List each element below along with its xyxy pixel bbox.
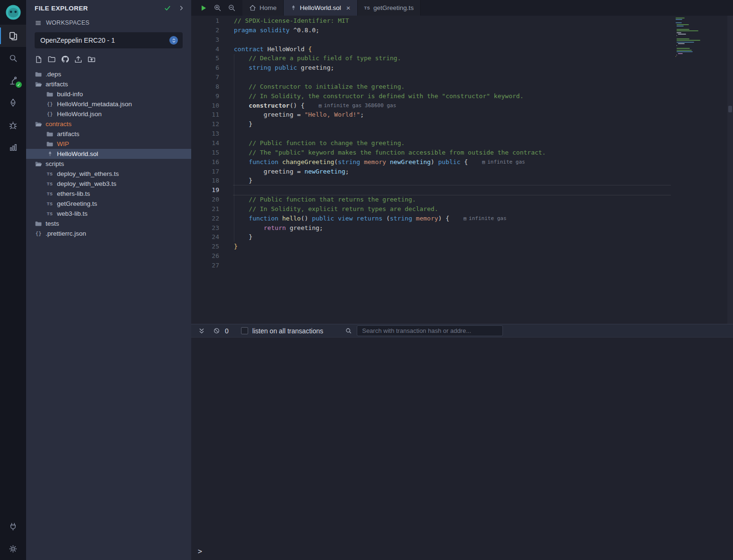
activity-plugin-manager[interactable] (0, 136, 26, 158)
code-line-19[interactable]: 19 (191, 185, 671, 195)
workspace-updown-icon (169, 36, 178, 45)
tree-item-HelloWorld.sol[interactable]: HelloWorld.sol (26, 149, 191, 159)
code-line-22[interactable]: 22 function hello() public view returns … (191, 214, 671, 223)
tab-HelloWorld.sol[interactable]: HelloWorld.sol× (284, 0, 358, 16)
run-script-button[interactable] (200, 4, 207, 12)
code-line-25[interactable]: 25} (191, 242, 671, 251)
minimap[interactable] (676, 18, 712, 61)
code-line-4[interactable]: 4contract HelloWorld { (191, 45, 671, 54)
folder-icon (46, 91, 54, 98)
tab-Home[interactable]: Home (242, 0, 284, 16)
code-line-6[interactable]: 6 string public greeting; (191, 63, 671, 73)
line-number: 8 (191, 82, 219, 92)
upload-folder-icon (87, 55, 96, 64)
code-line-17[interactable]: 17 greeting = newGreeting; (191, 167, 671, 176)
new-folder-button[interactable] (47, 55, 56, 64)
solidity-icon (290, 4, 297, 11)
code-line-23[interactable]: 23 return greeting; (191, 223, 671, 233)
editor-scrollbar[interactable] (727, 16, 733, 324)
hamburger-menu-icon[interactable] (35, 19, 42, 27)
new-file-button[interactable] (35, 55, 43, 64)
debugger-icon (9, 120, 18, 129)
line-number: 16 (191, 157, 219, 167)
code-line-1[interactable]: 1// SPDX-License-Identifier: MIT (191, 16, 671, 26)
chevron-right-icon[interactable] (178, 5, 185, 11)
tree-item-deploy_with_ethers.ts[interactable]: TSdeploy_with_ethers.ts (26, 169, 191, 179)
tree-item-artifacts[interactable]: artifacts (26, 129, 191, 139)
activity-search[interactable] (0, 47, 26, 69)
line-text (219, 35, 234, 45)
tree-item-.deps[interactable]: .deps (26, 69, 191, 79)
activity-debugger[interactable] (0, 114, 26, 136)
activity-plugin[interactable] (0, 515, 26, 538)
activity-solidity-compiler[interactable]: ✓ (0, 69, 26, 92)
line-text: // Declare a public field of type string… (219, 54, 401, 63)
tree-item-HelloWorld.json[interactable]: {}HelloWorld.json (26, 109, 191, 119)
tree-item-build-info[interactable]: build-info (26, 89, 191, 99)
tree-item-contracts[interactable]: contracts (26, 119, 191, 129)
zoom-in-button[interactable] (213, 4, 222, 12)
panel-title: FILE EXPLORER (35, 5, 88, 12)
tree-item-tests[interactable]: tests (26, 219, 191, 229)
line-number: 10 (191, 101, 219, 110)
code-line-24[interactable]: 24 } (191, 232, 671, 242)
code-editor[interactable]: 1// SPDX-License-Identifier: MIT2pragma … (191, 16, 733, 324)
expand-terminal-icon[interactable] (198, 327, 205, 335)
code-line-15[interactable]: 15 // The "public" keyword makes the fun… (191, 148, 671, 157)
zoom-out-button[interactable] (228, 4, 236, 12)
json-icon: {} (46, 101, 54, 107)
zoom-in-icon (213, 4, 222, 12)
tree-item-ethers-lib.ts[interactable]: TSethers-lib.ts (26, 189, 191, 199)
code-line-13[interactable]: 13 (191, 129, 671, 138)
code-line-11[interactable]: 11 greeting = "Hello, World!"; (191, 110, 671, 119)
tab-getGreeting.ts[interactable]: TSgetGreeting.ts (358, 0, 421, 16)
upload-folder-button[interactable] (87, 55, 96, 64)
line-text (219, 129, 234, 138)
terminal[interactable]: > (191, 338, 733, 560)
workspace-selector[interactable]: OpenZeppelin ERC20 - 1 (35, 32, 183, 48)
accept-check-icon[interactable] (164, 4, 171, 12)
tree-item-scripts[interactable]: scripts (26, 159, 191, 169)
code-line-12[interactable]: 12 } (191, 119, 671, 129)
code-line-20[interactable]: 20 // Public function that returns the g… (191, 195, 671, 204)
workspace-name: OpenZeppelin ERC20 - 1 (40, 37, 115, 44)
line-text: } (219, 232, 252, 242)
scrollbar-thumb[interactable] (728, 106, 732, 112)
code-line-10[interactable]: 10 constructor() {▤infinite gas 368600 g… (191, 101, 671, 110)
folder-open-icon (35, 120, 42, 128)
code-line-18[interactable]: 18 } (191, 176, 671, 185)
activity-file-explorer[interactable] (0, 25, 26, 47)
code-line-5[interactable]: 5 // Declare a public field of type stri… (191, 54, 671, 63)
line-text (219, 261, 234, 270)
github-button[interactable] (61, 55, 69, 64)
tree-item-HelloWorld_metadata.json[interactable]: {}HelloWorld_metadata.json (26, 99, 191, 109)
code-line-27[interactable]: 27 (191, 261, 671, 270)
listen-transactions-checkbox[interactable] (241, 327, 248, 334)
activity-deploy-run[interactable] (0, 92, 26, 114)
clear-console-icon[interactable] (213, 327, 220, 334)
ts-icon: TS (46, 202, 54, 206)
close-tab-icon[interactable]: × (346, 4, 351, 12)
tree-item-.prettierrc.json[interactable]: {}.prettierrc.json (26, 229, 191, 239)
code-line-3[interactable]: 3 (191, 35, 671, 45)
tree-item-web3-lib.ts[interactable]: TSweb3-lib.ts (26, 209, 191, 219)
search-icon (9, 54, 18, 63)
tree-item-WIP[interactable]: WIP (26, 139, 191, 149)
upload-file-button[interactable] (74, 55, 83, 64)
activity-settings[interactable] (0, 538, 26, 560)
code-line-14[interactable]: 14 // Public function to change the gree… (191, 138, 671, 148)
code-line-8[interactable]: 8 // Constructor to initialize the greet… (191, 82, 671, 92)
tree-item-artifacts[interactable]: artifacts (26, 79, 191, 89)
line-number: 6 (191, 63, 219, 73)
code-line-21[interactable]: 21 // In Solidity, explicit return types… (191, 204, 671, 214)
tree-item-getGreeting.ts[interactable]: TSgetGreeting.ts (26, 199, 191, 209)
code-line-7[interactable]: 7 (191, 73, 671, 82)
folder-icon (46, 140, 54, 148)
code-line-9[interactable]: 9 // In Solidity, the constructor is def… (191, 92, 671, 101)
remix-logo-icon[interactable] (0, 0, 26, 25)
transaction-search-input[interactable] (357, 325, 503, 336)
code-line-26[interactable]: 26 (191, 251, 671, 261)
tree-item-deploy_with_web3.ts[interactable]: TSdeploy_with_web3.ts (26, 179, 191, 189)
code-line-2[interactable]: 2pragma solidity ^0.8.0; (191, 26, 671, 35)
code-line-16[interactable]: 16 function changeGreeting(string memory… (191, 157, 671, 167)
